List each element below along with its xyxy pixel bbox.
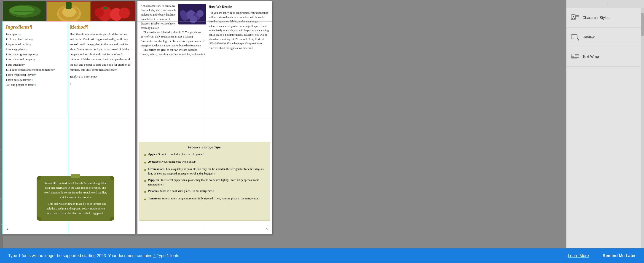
images-row [2,1,135,21]
method-column: Method¶ Heat the oil in a large saute pa… [70,24,132,114]
onion-image [46,1,91,21]
svg-point-14 [103,7,107,10]
review-icon [570,33,579,42]
guide-h-right-top [137,21,272,22]
review-label: Review [582,35,594,39]
ingredients-list: 1/4 cup oil¶ 11/2 cup diced onion¶ 1 tsp… [6,32,65,87]
article-para-3: Blueberries are great to eat raw or when… [141,48,206,56]
farmer-section-title: How We Decide [208,4,269,10]
farmer-section: How We Decide If you are applying to sel… [208,4,269,44]
svg-point-19 [197,10,204,17]
document-area: 1 2 3 4 5 6 7 8 9 10 [0,0,566,248]
list-item: 1/4 cup oil¶ [6,32,65,37]
corner-br [110,216,114,221]
page-left: Ingredients¶ 1/4 cup oil¶ 11/2 cup diced… [2,1,135,234]
panel-top-bar: ═══ [566,0,644,8]
app-container: 1 2 3 4 5 6 7 8 9 10 [0,0,644,263]
list-item: 1 cup diced red pepper¶ [6,57,65,62]
text-wrap-panel-item[interactable]: Text Wrap [566,47,644,66]
font-count: 2 [153,254,156,258]
list-item: 2 cups eggplant¶ [6,47,65,52]
diamond-icon: ◆ [144,189,146,194]
tip-tomatoes: ◆ Tomatoes: Store at room temperature un… [144,196,266,202]
page-right: Antioxidants work to neutralize free rad… [137,1,272,234]
list-item: 1 tbsp parsley leaves¶ [6,77,65,82]
ratatouille-info-box: Ratatouille is a traditional French Prov… [36,176,114,221]
tip-peppers: ◆ Peppers: Store sweet peppers in a plas… [144,178,266,187]
right-panel: ═══ A Character Styles [566,0,644,248]
svg-point-2 [10,6,34,15]
svg-rect-33 [571,54,574,57]
diamond-icon: ◆ [144,152,146,158]
method-title: Method¶ [70,24,132,30]
ingredients-title: Ingredients¶ [6,24,65,30]
storage-tips-box: Produce Storage Tips¶ ◆ Apples: Store in… [140,142,270,221]
yields-text: Yields: 4 to 6 servings¶ [70,74,132,79]
method-para: Heat the oil in a large saute pan. Add t… [70,32,132,72]
tomato-image [91,1,135,21]
remind-later-button[interactable]: Remind Me Later [602,254,636,258]
notification-text: Type 1 fonts will no longer be supported… [8,254,562,258]
review-svg [571,33,579,42]
text-wrap-label: Text Wrap [582,55,599,59]
para-mark: ¶ [70,82,71,85]
guide-h-bottom [2,118,135,118]
tip-green-onions: ◆ Green onions: Use as quickly as possib… [144,167,266,176]
corner-bl [36,216,41,221]
panel-top-label: ═══ [603,3,608,5]
list-item: 11/2 cups peeled and chopped tomatoes¶ [6,67,65,72]
ingredients-column: Ingredients¶ 1/4 cup oil¶ 11/2 cup diced… [6,24,68,114]
learn-more-button[interactable]: Learn More [568,254,589,258]
panel-scrollbar-thumb[interactable] [641,13,644,36]
diamond-icon: ◆ [144,168,146,172]
corner-tl [36,176,41,180]
zucchini-image [2,1,46,21]
info-para-1: Ratatouille is a traditional French Prov… [43,181,108,200]
diamond-icon: ◆ [144,178,146,184]
farmer-para: If you are applying to sell produce, you… [208,11,269,50]
svg-point-21 [190,16,197,23]
blueberry-article: Antioxidants work to neutralize free rad… [141,4,206,44]
tip-text: Peppers: Store sweet peppers in a plasti… [148,178,266,187]
onion-svg [47,1,90,21]
tip-text: Avocados: Never refrigerate when uncut¶ [148,160,196,164]
svg-point-20 [180,10,186,17]
list-item: Salt and pepper to taste¶ [6,82,65,87]
info-para-2: This dish was originally made by poor fa… [43,202,108,216]
corner-tr [110,176,114,180]
text-wrap-svg [571,52,579,61]
page-number-5: 5 [266,228,268,231]
character-styles-panel-item[interactable]: A Character Styles [566,8,644,28]
list-item: 11/2 cup diced onion¶ [6,37,65,42]
svg-rect-28 [571,34,577,39]
character-styles-icon: A [570,14,579,22]
notification-bar: Type 1 fonts will no longer be supported… [0,248,644,263]
svg-point-13 [95,8,104,17]
svg-text:A: A [572,16,575,20]
tomato-svg [91,1,135,21]
zucchini-svg [2,1,46,21]
tip-apples: ◆ Apples: Store in a cool, dry place or … [144,152,266,158]
tip-text: Green onions: Use as quickly as possible… [148,167,266,176]
article-para-2: Blueberries are filled with vitamin C. Y… [141,30,206,48]
page-number-4: 4 [7,228,8,231]
tip-potatoes: ◆ Potatoes: Store in a cool, dark place.… [144,189,266,194]
tip-avocados: ◆ Avocados: Never refrigerate when uncut… [144,160,266,165]
tip-text: Apples: Store in a cool, dry place or re… [148,152,204,156]
list-item: 1 cup zucchini¶ [6,62,65,67]
guide-h-top [2,21,135,22]
text-wrap-icon [570,52,579,61]
char-styles-svg: A [571,14,579,22]
list-item: 1 cup diced green pepper¶ [6,52,65,57]
tip-text: Tomatoes: Store at room temperature unti… [148,196,260,201]
list-item: 1 tsp minced garlic¶ [6,42,65,47]
svg-rect-8 [66,2,72,9]
storage-tips-title: Produce Storage Tips¶ [144,145,266,149]
tip-text: Potatoes: Store in a cool, dark place. D… [148,189,214,193]
review-panel-item[interactable]: Review [566,28,644,47]
character-styles-label: Character Styles [582,16,610,20]
diamond-icon: ◆ [144,160,146,165]
panel-scrollbar[interactable] [641,8,644,248]
diamond-icon: ◆ [144,197,146,202]
method-text: Heat the oil in a large saute pan. Add t… [70,32,132,86]
